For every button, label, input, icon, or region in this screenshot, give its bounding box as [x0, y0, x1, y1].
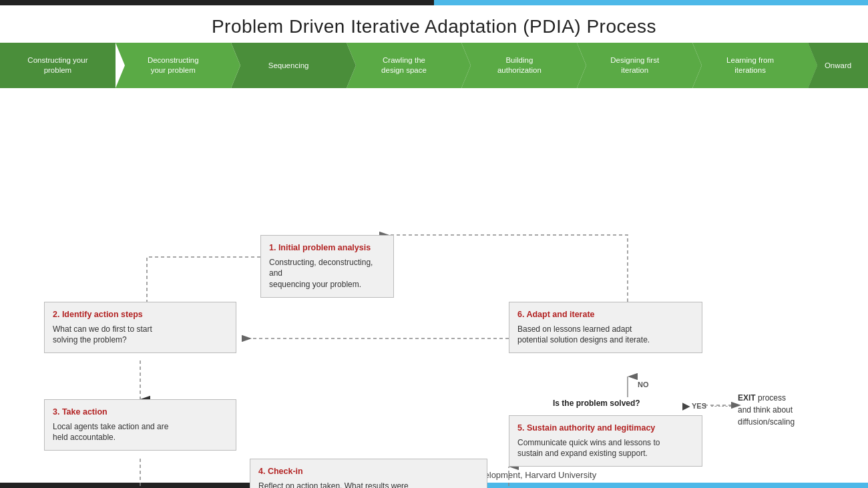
nav-item-constructing[interactable]: Constructing your problem: [0, 43, 116, 88]
nav-bar: Constructing your problem Deconstructing…: [0, 43, 868, 88]
box-6: 6. Adapt and iterate Based on lessons le…: [509, 302, 702, 353]
problem-solved-label: Is the problem solved?: [553, 399, 640, 408]
box-2: 2. Identify action steps What can we do …: [44, 302, 236, 353]
box-4-body: Reflect on action taken. What results we…: [258, 481, 479, 489]
nav-label-crawling: Crawling the design space: [381, 55, 427, 75]
nav-label-learning: Learning from iterations: [726, 55, 774, 75]
main-content: 1. Initial problem analysis Constructing…: [0, 88, 868, 466]
exit-title: EXIT: [738, 393, 756, 403]
yes-label: ▶ YES: [682, 401, 731, 411]
nav-label-sequencing: Sequencing: [268, 61, 309, 71]
nav-label-deconstructing: Deconstructing your problem: [148, 55, 199, 75]
box-5-title: 5. Sustain authority and legitimacy: [517, 423, 694, 435]
nav-item-learning[interactable]: Learning from iterations: [692, 43, 808, 88]
exit-text: EXIT process and think about diffusion/s…: [738, 392, 795, 428]
nav-item-sequencing[interactable]: Sequencing: [231, 43, 347, 88]
top-bars: [0, 0, 868, 5]
box-3: 3. Take action Local agents take action …: [44, 399, 236, 451]
nav-item-deconstructing[interactable]: Deconstructing your problem: [116, 43, 231, 88]
top-bar-blue: [434, 0, 868, 5]
box-3-title: 3. Take action: [53, 407, 228, 419]
nav-item-building[interactable]: Building authorization: [461, 43, 577, 88]
nav-label-onward: Onward: [825, 61, 851, 71]
box-5: 5. Sustain authority and legitimacy Comm…: [509, 415, 702, 467]
nav-item-designing[interactable]: Designing first iteration: [577, 43, 692, 88]
box-2-body: What can we do first to start solving th…: [53, 324, 228, 346]
box-2-title: 2. Identify action steps: [53, 309, 228, 321]
title-area: Problem Driven Iterative Adaptation (PDI…: [0, 5, 868, 43]
top-bar-dark: [0, 0, 434, 5]
box-6-title: 6. Adapt and iterate: [517, 309, 694, 321]
page-title: Problem Driven Iterative Adaptation (PDI…: [0, 16, 868, 37]
box-1: 1. Initial problem analysis Constructing…: [260, 235, 394, 298]
box-5-body: Communicate quick wins and lessons to su…: [517, 437, 694, 460]
box-4: 4. Check-in Reflect on action taken. Wha…: [250, 459, 487, 488]
nav-label-designing: Designing first iteration: [610, 55, 659, 75]
box-6-body: Based on lessons learned adapt potential…: [517, 324, 694, 346]
nav-label-constructing: Constructing your problem: [27, 55, 87, 75]
nav-label-building: Building authorization: [497, 55, 541, 75]
bottom-bar-blue: [434, 483, 868, 488]
box-4-title: 4. Check-in: [258, 466, 479, 478]
nav-item-crawling[interactable]: Crawling the design space: [347, 43, 462, 88]
box-1-title: 1. Initial problem analysis: [269, 242, 385, 254]
box-3-body: Local agents take action and are held ac…: [53, 421, 228, 444]
box-1-body: Constructing, deconstructing, and sequen…: [269, 257, 385, 290]
page: Problem Driven Iterative Adaptation (PDI…: [0, 0, 868, 488]
no-label: NO: [638, 381, 649, 389]
